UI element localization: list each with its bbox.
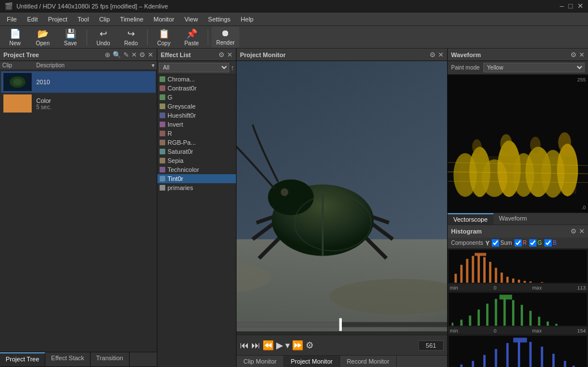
project-tree-edit-btn[interactable]: ✎ (123, 51, 129, 59)
tab-transition[interactable]: Transition (91, 352, 130, 366)
histogram-b-check[interactable]: B (544, 239, 557, 247)
effect-list-settings-btn[interactable]: ⚙ (218, 51, 225, 59)
waveform-settings-btn[interactable]: ⚙ (570, 51, 577, 59)
monitor-settings-btn[interactable]: ⚙ (430, 51, 436, 59)
minimize-button[interactable]: – (560, 2, 564, 10)
histogram-sum-check[interactable]: Sum (492, 239, 512, 247)
histogram-y-btn[interactable]: Y (486, 240, 490, 247)
svg-point-16 (268, 179, 314, 215)
monitor-rewind-btn[interactable]: ⏪ (263, 340, 274, 351)
svg-rect-81 (541, 347, 543, 367)
clip-sort-btn[interactable]: ▾ (152, 62, 154, 68)
effect-item-rgb[interactable]: RGB-Pa... (157, 138, 236, 147)
close-button[interactable]: ✕ (577, 2, 583, 10)
effect-item-primaries[interactable]: primaries (157, 183, 236, 192)
menu-edit[interactable]: Edit (23, 15, 42, 24)
tab-waveform[interactable]: Waveform (493, 213, 533, 224)
effect-item-contrast[interactable]: Contrast0r (157, 84, 236, 93)
histogram-r-checkbox[interactable] (514, 239, 522, 247)
tab-vectorscope[interactable]: Vectorscope (448, 213, 493, 224)
menu-settings[interactable]: Settings (204, 15, 235, 24)
save-icon: 💾 (65, 28, 76, 39)
maximize-button[interactable]: □ (568, 2, 573, 10)
effect-dot-g (160, 94, 165, 100)
paint-mode-label: Paint mode (451, 64, 480, 71)
monitor-play-dropdown[interactable]: ▾ (285, 340, 290, 351)
undo-button[interactable]: ↩ Undo (91, 27, 116, 48)
effect-dot-r (160, 131, 165, 136)
project-tree-search-btn[interactable]: 🔍 (113, 51, 121, 59)
menu-view[interactable]: View (180, 15, 203, 24)
project-tree-menu-btn[interactable]: ⚙ (139, 51, 145, 59)
svg-rect-66 (521, 305, 523, 326)
effect-item-invert[interactable]: Invert (157, 120, 236, 129)
menu-monitor[interactable]: Monitor (149, 15, 179, 24)
effect-item-chroma[interactable]: Chroma... (157, 75, 236, 84)
effect-item-technicolor[interactable]: Technicolor (157, 165, 236, 174)
histogram-b-checkbox[interactable] (544, 239, 552, 247)
menu-timeline[interactable]: Timeline (115, 15, 148, 24)
effect-filter-select[interactable]: All Video Audio (159, 63, 229, 72)
effect-item-r[interactable]: R (157, 129, 236, 138)
effect-list-close-btn[interactable]: ✕ (227, 51, 233, 59)
waveform-display (448, 75, 588, 213)
histogram-g-check[interactable]: G (529, 239, 542, 247)
tab-clip-monitor[interactable]: Clip Monitor (237, 356, 284, 367)
effect-item-g[interactable]: G (157, 93, 236, 102)
effect-item-sepia[interactable]: Sepia (157, 156, 236, 165)
effect-item-saturator[interactable]: Saturat0r (157, 147, 236, 156)
effect-item-hueshift[interactable]: Hueshift0r (157, 111, 236, 120)
clip-info-video: 2010 (36, 79, 153, 85)
svg-rect-49 (501, 273, 503, 283)
svg-point-31 (472, 139, 482, 154)
effect-item-tint[interactable]: Tint0r (157, 174, 236, 183)
waveform-close-btn[interactable]: ✕ (579, 51, 585, 59)
monitor-forward-btn[interactable]: ⏩ (292, 340, 303, 351)
project-tree-add-btn[interactable]: ⊕ (105, 51, 110, 59)
menu-help[interactable]: Help (236, 15, 258, 24)
histogram-red-max-val: 113 (577, 285, 586, 291)
monitor-jump-start-btn[interactable]: ⏮ (240, 340, 249, 351)
redo-button[interactable]: ↪ Redo (118, 27, 144, 48)
clip-item-color[interactable]: Color 5 sec. (1, 93, 156, 114)
open-button[interactable]: 📂 Open (30, 27, 55, 48)
effect-label-contrast: Contrast0r (168, 85, 196, 92)
copy-button[interactable]: 📋 Copy (151, 27, 177, 48)
monitor-close-btn[interactable]: ✕ (438, 51, 444, 59)
paste-button[interactable]: 📌 Paste (179, 27, 204, 48)
tab-project-monitor[interactable]: Project Monitor (284, 356, 340, 367)
menu-clip[interactable]: Clip (95, 15, 114, 24)
histogram-close-btn[interactable]: ✕ (579, 227, 585, 235)
new-button[interactable]: 📄 New (2, 27, 28, 48)
clip-name-color: Color (36, 97, 153, 104)
monitor-prev-frame-btn[interactable]: ⏭ (251, 340, 260, 351)
save-button[interactable]: 💾 Save (58, 27, 83, 48)
tab-project-tree[interactable]: Project Tree (0, 352, 45, 366)
effect-dot-saturator (160, 149, 165, 154)
menu-file[interactable]: File (2, 15, 22, 24)
menu-project[interactable]: Project (44, 15, 72, 24)
effect-item-greyscale[interactable]: Greyscale (157, 102, 236, 111)
tab-effect-stack[interactable]: Effect Stack (45, 352, 91, 366)
toolbar: 📄 New 📂 Open 💾 Save ↩ Undo ↪ Redo 📋 Copy… (0, 26, 588, 49)
project-tree-delete-btn[interactable]: ✕ (131, 51, 137, 59)
menu-tool[interactable]: Tool (73, 15, 93, 24)
histogram-settings-btn[interactable]: ⚙ (570, 227, 577, 235)
clip-item-video[interactable]: 2010 (1, 71, 156, 93)
histogram-r-check[interactable]: R (514, 239, 527, 247)
monitor-panel: Project Monitor ⚙ ✕ (237, 49, 448, 367)
project-tree-close-btn[interactable]: ✕ (148, 51, 153, 59)
monitor-settings-btn[interactable]: ⚙ (306, 340, 314, 351)
monitor-time-input[interactable]: 561 (418, 340, 444, 351)
monitor-header-right: ⚙ ✕ (430, 51, 444, 59)
paint-mode-select[interactable]: Yellow Green White (483, 63, 585, 72)
open-label: Open (36, 40, 49, 46)
effect-label-technicolor: Technicolor (168, 166, 199, 173)
render-button[interactable]: ⏺ Render (212, 27, 239, 48)
tab-record-monitor[interactable]: Record Monitor (340, 356, 397, 367)
effect-filter-up-btn[interactable]: ↑ (231, 63, 235, 72)
histogram-g-checkbox[interactable] (529, 239, 537, 247)
histogram-sum-checkbox[interactable] (492, 239, 499, 247)
monitor-play-btn[interactable]: ▶ (276, 340, 283, 351)
svg-rect-74 (460, 364, 462, 367)
